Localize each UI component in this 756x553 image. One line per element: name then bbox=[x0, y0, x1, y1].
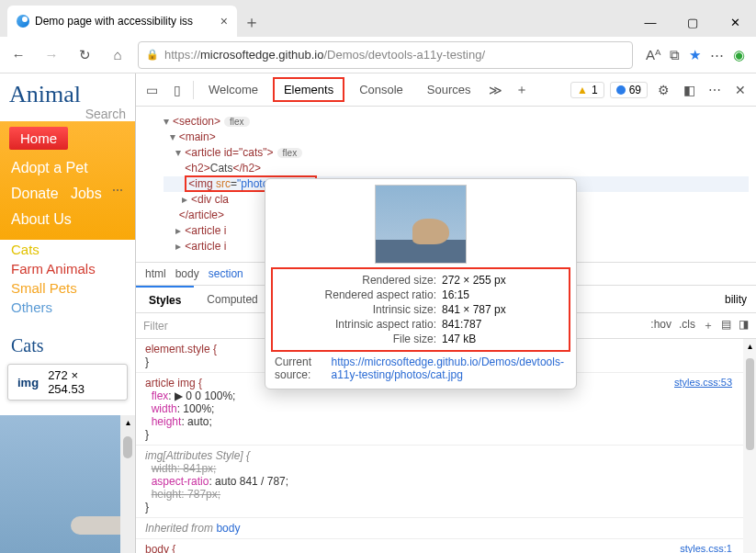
popover-source-label: Current source: bbox=[275, 356, 323, 381]
new-tab-button[interactable]: ＋ bbox=[237, 7, 266, 37]
close-devtools-icon[interactable]: ✕ bbox=[730, 83, 750, 97]
subnav-others[interactable]: Others bbox=[0, 298, 135, 317]
new-rule-icon[interactable]: ＋ bbox=[703, 318, 714, 333]
lock-icon: 🔒 bbox=[146, 49, 159, 61]
menu-icon[interactable]: ⋯ bbox=[710, 47, 724, 63]
forward-button[interactable]: → bbox=[39, 42, 64, 68]
overflow-dots-icon: ⋯ bbox=[112, 184, 123, 197]
nav-about[interactable]: About Us bbox=[0, 207, 135, 232]
url-text: https://microsoftedge.github.io/Demos/de… bbox=[164, 48, 485, 62]
reload-button[interactable]: ↻ bbox=[72, 42, 97, 68]
more-tabs-icon[interactable]: ≫ bbox=[486, 83, 506, 97]
minimize-button[interactable]: — bbox=[629, 7, 671, 37]
flexgrid-icon[interactable]: ▤ bbox=[721, 318, 731, 333]
browser-toolbar: ← → ↻ ⌂ 🔒 https://microsoftedge.github.i… bbox=[0, 37, 756, 73]
element-measure-chip: img 272 × 254.53 bbox=[7, 364, 128, 401]
cls-button[interactable]: .cls bbox=[679, 318, 695, 333]
info-badge[interactable]: 69 bbox=[610, 82, 648, 98]
home-button[interactable]: ⌂ bbox=[105, 42, 130, 68]
favicon-icon bbox=[17, 15, 29, 28]
device-icon[interactable]: ▯ bbox=[167, 83, 187, 97]
maximize-button[interactable]: ▢ bbox=[671, 7, 714, 37]
popover-metrics: Rendered size:272 × 255 px Rendered aspe… bbox=[271, 267, 570, 352]
inspect-icon[interactable]: ▭ bbox=[141, 83, 162, 97]
close-window-button[interactable]: ✕ bbox=[714, 7, 756, 37]
warnings-badge[interactable]: ▲1 bbox=[570, 82, 604, 98]
tab-console[interactable]: Console bbox=[350, 79, 412, 100]
nav-adopt[interactable]: Adopt a Pet bbox=[0, 155, 135, 181]
page-nav: Home Adopt a Pet Donate Jobs About Us bbox=[0, 121, 135, 240]
scroll-thumb[interactable] bbox=[746, 358, 754, 450]
add-tab-icon[interactable]: ＋ bbox=[512, 82, 532, 98]
nav-home[interactable]: Home bbox=[9, 127, 68, 150]
collections-icon[interactable]: ⧉ bbox=[670, 47, 680, 63]
subnav-cats[interactable]: Cats bbox=[0, 240, 135, 259]
window-controls: — ▢ ✕ bbox=[629, 7, 756, 37]
address-bar[interactable]: 🔒 https://microsoftedge.github.io/Demos/… bbox=[138, 41, 633, 69]
search-label: Search bbox=[0, 107, 135, 121]
tab-welcome[interactable]: Welcome bbox=[199, 79, 267, 100]
image-hover-popover: Rendered size:272 × 255 px Rendered aspe… bbox=[265, 178, 577, 389]
tab-close-icon[interactable]: × bbox=[220, 14, 228, 28]
source-link[interactable]: styles.css:1 bbox=[680, 543, 732, 553]
subnav-farm[interactable]: Farm Animals bbox=[0, 259, 135, 278]
page-preview: Animal Search Home Adopt a Pet Donate Jo… bbox=[0, 73, 135, 553]
more-icon[interactable]: ⋯ bbox=[705, 83, 725, 97]
dock-icon[interactable]: ◧ bbox=[679, 83, 699, 97]
devtools-tabbar: ▭ ▯ Welcome Elements Console Sources ≫ ＋… bbox=[136, 73, 756, 107]
popover-source-url[interactable]: https://microsoftedge.github.io/Demos/de… bbox=[331, 356, 567, 381]
popover-thumbnail bbox=[375, 185, 467, 264]
settings-icon[interactable]: ⚙ bbox=[653, 83, 673, 97]
source-link[interactable]: styles.css:53 bbox=[674, 377, 732, 388]
tab-accessibility-partial[interactable]: bility bbox=[725, 293, 747, 306]
back-button[interactable]: ← bbox=[6, 42, 31, 68]
browser-tab[interactable]: Demo page with accessibility iss × bbox=[7, 6, 237, 37]
favorite-icon[interactable]: ★ bbox=[689, 47, 701, 63]
cat-image: ▴ bbox=[0, 415, 135, 553]
page-scrollbar[interactable]: ▴ bbox=[120, 415, 135, 553]
sidebar-toggle-icon[interactable]: ◨ bbox=[739, 318, 749, 333]
scroll-thumb[interactable] bbox=[123, 436, 132, 458]
hov-button[interactable]: :hov bbox=[650, 318, 671, 333]
reader-icon[interactable]: Aᴬ bbox=[646, 47, 660, 63]
subnav-small[interactable]: Small Pets bbox=[0, 278, 135, 298]
section-heading: Cats bbox=[0, 317, 135, 360]
tab-sources[interactable]: Sources bbox=[418, 79, 480, 100]
tab-computed[interactable]: Computed bbox=[194, 286, 270, 312]
profile-icon[interactable]: ◉ bbox=[733, 47, 745, 63]
window-titlebar: Demo page with accessibility iss × ＋ — ▢… bbox=[0, 0, 756, 37]
styles-scrollbar[interactable]: ▴ bbox=[743, 339, 756, 553]
brand-title: Animal bbox=[9, 81, 81, 108]
tab-styles[interactable]: Styles bbox=[136, 286, 194, 312]
tab-title: Demo page with accessibility iss bbox=[35, 15, 193, 28]
tab-elements[interactable]: Elements bbox=[273, 77, 344, 102]
